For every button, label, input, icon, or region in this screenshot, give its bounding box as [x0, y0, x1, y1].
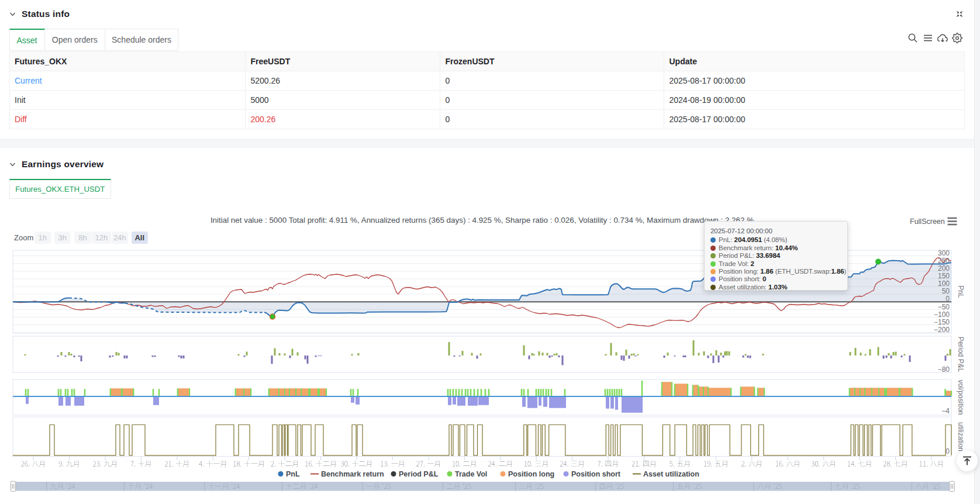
- svg-text:200: 200: [938, 264, 950, 272]
- svg-text:250: 250: [938, 257, 950, 265]
- svg-text:−200: −200: [934, 326, 950, 334]
- svg-text:−100: −100: [934, 310, 950, 319]
- svg-text:0: 0: [946, 295, 950, 303]
- svg-text:PnL: PnL: [957, 285, 965, 298]
- svg-text:50: 50: [942, 287, 950, 295]
- svg-text:−80: −80: [938, 365, 950, 374]
- svg-text:Position short: Position short: [571, 470, 621, 478]
- svg-text:Position long: Position long: [508, 470, 554, 478]
- svg-text:utilization: utilization: [957, 422, 965, 451]
- svg-text:Period P&L: Period P&L: [957, 337, 965, 372]
- svg-text:−50: −50: [938, 303, 950, 311]
- svg-text:PnL: PnL: [286, 470, 300, 478]
- svg-text:−150: −150: [934, 318, 950, 326]
- svg-text:300: 300: [938, 249, 950, 257]
- svg-text:150: 150: [938, 272, 950, 280]
- svg-text:Period P&L: Period P&L: [399, 470, 439, 478]
- svg-text:100: 100: [938, 279, 950, 288]
- svg-text:Asset utilization: Asset utilization: [643, 470, 699, 478]
- svg-text:0: 0: [946, 447, 950, 455]
- svg-text:vol/position: vol/position: [957, 379, 965, 415]
- svg-text:−4: −4: [941, 407, 950, 415]
- svg-text:Trade Vol: Trade Vol: [455, 470, 487, 478]
- svg-text:Benchmark return: Benchmark return: [321, 470, 384, 478]
